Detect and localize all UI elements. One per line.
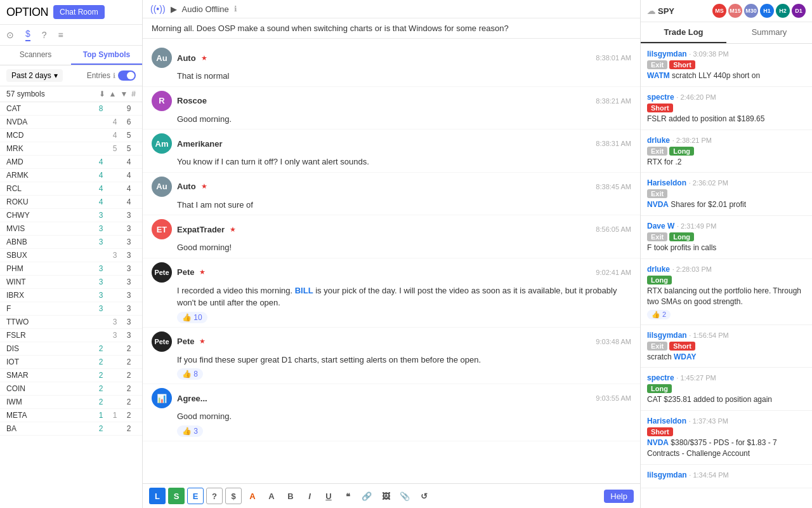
badge-m30[interactable]: M30	[744, 4, 758, 18]
trade-tags: Long	[647, 384, 806, 393]
tab-top-symbols[interactable]: Top Symbols	[71, 46, 142, 65]
symbol-total: 3	[122, 304, 136, 313]
trade-item: spectre · 2:46:20 PM Short FSLR added to…	[641, 87, 812, 130]
message-reactions: 👍 8	[152, 368, 631, 380]
trade-item: Dave W · 2:31:49 PM ExitLong F took prof…	[641, 216, 812, 259]
list-item[interactable]: WINT 3 3	[0, 276, 142, 289]
toolbar-btn-s[interactable]: S	[168, 488, 185, 504]
list-item[interactable]: COIN 2 2	[0, 382, 142, 396]
badge-h2[interactable]: H2	[776, 4, 790, 18]
list-item[interactable]: NVDA 4 6	[0, 116, 142, 129]
symbols-count-row: 57 symbols ⬇ ▲ ▼ #	[0, 86, 142, 102]
help-button[interactable]: Help	[604, 490, 634, 503]
chat-room-button[interactable]: Chat Room	[53, 5, 105, 19]
list-item[interactable]: MVIS 3 3	[0, 222, 142, 236]
list-item[interactable]: BA 2 2	[0, 422, 142, 436]
play-icon[interactable]: ▶	[171, 4, 177, 14]
scanners-nav-icon[interactable]: ⊙	[6, 30, 14, 40]
list-item[interactable]: CHWY 3 3	[0, 209, 142, 222]
symbol-total: 2	[122, 384, 136, 393]
audio-label: Audio Offline	[182, 4, 229, 14]
reaction-badge[interactable]: 👍 10	[177, 312, 207, 323]
tab-trade-log[interactable]: Trade Log	[641, 22, 726, 43]
list-item[interactable]: PHM 3 3	[0, 262, 142, 276]
message-body: You know if I can turn it off? I only wa…	[152, 156, 631, 168]
toolbar-btn-link[interactable]: 🔗	[358, 488, 375, 504]
badge-ms[interactable]: MS	[712, 4, 726, 18]
menu-nav-icon[interactable]: ≡	[58, 30, 63, 40]
toolbar-btn-image[interactable]: 🖼	[377, 488, 394, 504]
toolbar-btn-e[interactable]: E	[187, 488, 204, 504]
message-block: Pete Pete ★ 9:02:41 AM I recorded a vide…	[143, 258, 640, 328]
message-time: 8:38:21 AM	[596, 97, 631, 105]
list-item[interactable]: DIS 2 2	[0, 342, 142, 356]
list-item[interactable]: ABNB 3 3	[0, 236, 142, 249]
trade-text: scratch WDAY	[647, 352, 806, 363]
badge-d1[interactable]: D1	[792, 4, 806, 18]
list-item[interactable]: ROKU 4 4	[0, 196, 142, 209]
trade-tag-short: Short	[647, 104, 673, 112]
trade-time: · 1:45:27 PM	[676, 374, 716, 382]
list-item[interactable]: TTWO 3 3	[0, 316, 142, 329]
avatar: Au	[152, 48, 172, 68]
badge-h1[interactable]: H1	[760, 4, 774, 18]
trade-user[interactable]: drluke	[647, 136, 670, 145]
trade-item: Hariseldon · 2:36:02 PM Exit NVDA Shares…	[641, 173, 812, 216]
toolbar-btn-italic[interactable]: I	[301, 488, 318, 504]
toolbar-btn-question[interactable]: ?	[206, 488, 223, 504]
toolbar-btn-dollar[interactable]: $	[225, 488, 242, 504]
toolbar-btn-a[interactable]: A	[263, 488, 280, 504]
list-item[interactable]: IOT 2 2	[0, 356, 142, 369]
toolbar-btn-underline[interactable]: U	[320, 488, 337, 504]
list-item[interactable]: RCL 4 4	[0, 182, 142, 196]
trade-user[interactable]: drluke	[647, 265, 670, 274]
list-item[interactable]: MCD 4 5	[0, 129, 142, 142]
toolbar-btn-undo[interactable]: ↺	[416, 488, 432, 504]
tab-summary[interactable]: Summary	[726, 22, 812, 43]
sidebar-tabs: Scanners Top Symbols	[0, 46, 142, 65]
list-item[interactable]: MRK 5 5	[0, 142, 142, 156]
trade-user[interactable]: Dave W	[647, 222, 674, 231]
tab-scanners[interactable]: Scanners	[0, 46, 71, 65]
trade-reaction[interactable]: 👍 2	[647, 310, 671, 319]
trade-user[interactable]: lilsgymdan	[647, 471, 687, 479]
list-item[interactable]: SBUX 3 3	[0, 249, 142, 262]
toolbar-btn-quote[interactable]: ❝	[339, 488, 356, 504]
list-item[interactable]: ARMK 4 4	[0, 169, 142, 182]
sort-asc-icon[interactable]: ▲	[109, 90, 117, 98]
entries-toggle-switch[interactable]	[118, 70, 136, 81]
reaction-badge[interactable]: 👍 8	[177, 368, 203, 380]
question-nav-icon[interactable]: ?	[42, 30, 47, 40]
audio-info-icon: ℹ	[234, 4, 237, 13]
sort-desc-icon[interactable]: ▼	[120, 90, 128, 98]
list-item[interactable]: CAT 8 9	[0, 102, 142, 116]
toolbar-btn-l[interactable]: L	[149, 488, 166, 504]
badge-m15[interactable]: M15	[728, 4, 742, 18]
trade-user[interactable]: spectre	[647, 373, 674, 382]
dollar-nav-icon[interactable]: $	[25, 29, 30, 41]
trade-user[interactable]: lilsgymdan	[647, 331, 687, 340]
symbol-name: IBRX	[6, 291, 94, 300]
symbol-name: CHWY	[6, 211, 94, 220]
trade-tags: Exit	[647, 189, 806, 198]
message-body: Good morning.	[152, 113, 631, 126]
list-item[interactable]: IBRX 3 3	[0, 289, 142, 302]
reaction-badge[interactable]: 👍 3	[177, 425, 203, 437]
trade-user[interactable]: spectre	[647, 93, 674, 102]
trade-user[interactable]: Hariseldon	[647, 417, 686, 425]
message-username: Agree...	[177, 394, 207, 403]
list-item[interactable]: META 1 1 2	[0, 409, 142, 422]
toolbar-btn-attach[interactable]: 📎	[396, 488, 413, 504]
list-item[interactable]: SMAR 2 2	[0, 369, 142, 382]
trade-user[interactable]: Hariseldon	[647, 178, 686, 187]
list-item[interactable]: AMD 4 4	[0, 156, 142, 169]
list-item[interactable]: IWM 2 2	[0, 396, 142, 409]
toolbar-btn-a-orange[interactable]: A	[244, 488, 261, 504]
download-icon[interactable]: ⬇	[99, 90, 105, 98]
list-item[interactable]: FSLR 3 3	[0, 329, 142, 342]
filter-dropdown[interactable]: Past 2 days ▾	[6, 69, 63, 82]
trade-user[interactable]: lilsgymdan	[647, 50, 687, 58]
list-item[interactable]: F 3 3	[0, 302, 142, 316]
toolbar-btn-bold[interactable]: B	[282, 488, 299, 504]
message-link[interactable]: BILL	[295, 286, 313, 295]
